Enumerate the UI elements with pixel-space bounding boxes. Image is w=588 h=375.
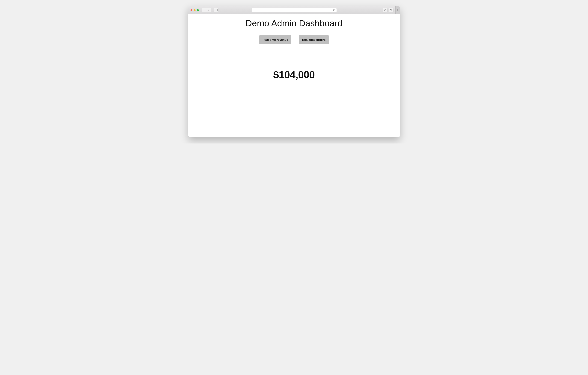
toolbar-right — [383, 8, 398, 12]
new-tab-button[interactable] — [395, 6, 400, 14]
minimize-window-button[interactable] — [194, 9, 196, 11]
svg-rect-0 — [215, 9, 217, 11]
reload-icon[interactable] — [333, 9, 335, 11]
plus-icon — [397, 9, 399, 11]
share-icon — [384, 9, 386, 11]
back-button[interactable] — [202, 8, 206, 12]
fullscreen-window-button[interactable] — [197, 9, 199, 11]
real-time-orders-button[interactable]: Real time orders — [299, 35, 329, 44]
action-button-row: Real time revenue Real time orders — [188, 35, 400, 44]
url-bar[interactable] — [252, 8, 337, 12]
sidebar-toggle-button[interactable] — [214, 8, 219, 12]
chevron-right-icon — [208, 9, 210, 11]
tabs-icon — [390, 9, 392, 11]
metric-value: $104,000 — [188, 69, 400, 81]
browser-titlebar — [188, 6, 400, 14]
page-title: Demo Admin Dashboard — [188, 18, 400, 28]
real-time-revenue-button[interactable]: Real time revenue — [259, 35, 291, 44]
close-window-button[interactable] — [190, 9, 192, 11]
forward-button[interactable] — [206, 8, 211, 12]
share-button[interactable] — [383, 8, 388, 12]
chevron-left-icon — [203, 9, 205, 11]
browser-window: Demo Admin Dashboard Real time revenue R… — [188, 6, 400, 137]
page-content: Demo Admin Dashboard Real time revenue R… — [188, 14, 400, 137]
svg-rect-2 — [390, 10, 392, 11]
nav-button-group — [202, 8, 211, 12]
window-controls — [190, 9, 199, 11]
sidebar-icon — [215, 9, 218, 11]
tabs-button[interactable] — [389, 8, 394, 12]
